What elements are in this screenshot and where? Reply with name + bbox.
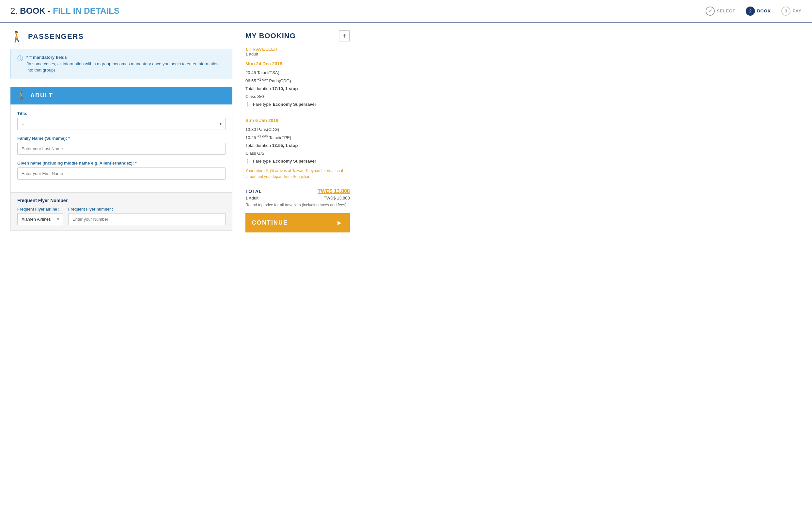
return-arrive: 10:25 +1 day Taipei(TPE) bbox=[245, 133, 350, 142]
outbound-duration-label: Total duration bbox=[245, 86, 272, 91]
page-title: 2. BOOK - FILL IN DETAILS bbox=[10, 6, 120, 16]
progress-steps: ✓ SELECT 2 BOOK 3 PAY bbox=[706, 6, 802, 16]
traveller-count: 1 adult bbox=[245, 52, 350, 56]
passengers-header: 🚶 PASSENGERS bbox=[10, 30, 232, 43]
return-depart-city: Paris bbox=[257, 127, 267, 132]
adult-title: ADULT bbox=[30, 92, 53, 99]
step-3-number: 3 bbox=[785, 8, 787, 13]
outbound-arrive-day: +1 day bbox=[257, 77, 268, 81]
continue-label: CONTINUE bbox=[252, 219, 288, 226]
outbound-date: Mon 24 Dec 2018 bbox=[245, 61, 350, 66]
return-fare-type: Economy Supersaver bbox=[273, 157, 316, 165]
form-section: Title: -- Mr Mrs Ms Family Name (Surname… bbox=[10, 104, 232, 192]
title-field: Title: -- Mr Mrs Ms bbox=[17, 111, 226, 130]
outbound-fare: 🍴 Fare type Economy Supersaver bbox=[245, 100, 350, 109]
passengers-title: PASSENGERS bbox=[28, 32, 84, 41]
outbound-arrive-time: 06:55 bbox=[245, 79, 256, 84]
adult-header: 🚶 ADULT bbox=[10, 87, 232, 104]
traveller-label: 1 TRAVELLER bbox=[245, 47, 350, 52]
given-name-field: Given name (including middle name e.g. A… bbox=[17, 161, 226, 179]
title-select[interactable]: -- Mr Mrs Ms bbox=[17, 118, 226, 130]
info-box: ⓘ * = mandatory fields (in some cases, a… bbox=[10, 49, 232, 79]
passenger-icon: 🚶 bbox=[10, 30, 24, 43]
ff-airline-select-wrapper: Xiamen Airlines Other bbox=[17, 213, 63, 225]
total-label: TOTAL bbox=[245, 189, 262, 194]
adult-icon: 🚶 bbox=[17, 91, 26, 100]
ff-airline-select[interactable]: Xiamen Airlines Other bbox=[17, 213, 63, 225]
return-depart-time: 13:30 bbox=[245, 127, 256, 132]
return-arrive-day: +1 day bbox=[257, 134, 268, 138]
mandatory-text: * = mandatory fields bbox=[27, 55, 67, 60]
outbound-duration-value: 17:10, 1 stop bbox=[272, 86, 298, 91]
given-name-input[interactable] bbox=[17, 167, 226, 179]
frequent-flyer-section: Frequent Flyer Number Frequent Flyer air… bbox=[10, 192, 232, 231]
return-arrive-city: Taipei bbox=[269, 135, 280, 140]
ff-number-field: Frequent Flyer number : bbox=[68, 207, 226, 225]
return-fare-prefix: Fare type bbox=[253, 157, 271, 165]
step-3-label: PAY bbox=[793, 8, 802, 13]
sub-amount: TWD$ 13,808 bbox=[324, 196, 350, 201]
outbound-depart-code: TSA bbox=[270, 70, 278, 75]
outbound-depart-city: Taipei bbox=[257, 70, 268, 75]
outbound-flight-info: 20:45 Taipei(TSA) 06:55 +1 day Paris(CDG… bbox=[245, 69, 350, 109]
given-name-label: Given name (including middle name e.g. A… bbox=[17, 161, 226, 166]
main-content: 🚶 PASSENGERS ⓘ * = mandatory fields (in … bbox=[0, 23, 812, 240]
total-note: Round trip price for all travellers (inc… bbox=[245, 202, 350, 208]
title-fill: FILL IN DETAILS bbox=[53, 6, 120, 16]
continue-button[interactable]: CONTINUE ► bbox=[245, 213, 350, 232]
return-class: Class G/S bbox=[245, 150, 350, 157]
return-duration-value: 13:55, 1 stop bbox=[272, 143, 298, 148]
family-name-label: Family Name (Surname): * bbox=[17, 136, 226, 141]
step-number: 2. bbox=[10, 6, 20, 16]
return-arrive-code: TPE bbox=[282, 135, 290, 140]
outbound-class: Class S/G bbox=[245, 93, 350, 100]
info-text: * = mandatory fields (in some cases, all… bbox=[27, 54, 226, 74]
ff-title: Frequent Flyer Number bbox=[17, 198, 226, 203]
step-2-circle: 2 bbox=[746, 6, 755, 16]
step-book: 2 BOOK bbox=[746, 6, 771, 16]
outbound-depart-time: 20:45 bbox=[245, 70, 256, 75]
warning-text: Your return flight arrives at Taiwan Tao… bbox=[245, 168, 350, 179]
total-section: TOTAL TWD$ 13,808 1 Adult TWD$ 13,808 Ro… bbox=[245, 185, 350, 208]
step-1-label: SELECT bbox=[717, 8, 735, 13]
booking-header: MY BOOKING + bbox=[245, 30, 350, 41]
page-header: 2. BOOK - FILL IN DETAILS ✓ SELECT 2 BOO… bbox=[0, 0, 812, 23]
step-1-circle: ✓ bbox=[706, 6, 715, 16]
booking-title: MY BOOKING bbox=[245, 32, 296, 40]
ff-airline-field: Frequent Flyer airline : Xiamen Airlines… bbox=[17, 207, 63, 225]
step-select: ✓ SELECT bbox=[706, 6, 735, 16]
total-amount: TWD$ 13,808 bbox=[318, 188, 350, 194]
ff-number-input[interactable] bbox=[68, 213, 226, 225]
return-duration: Total duration 13:55, 1 stop bbox=[245, 142, 350, 149]
return-flight-info: 13:30 Paris(CDG) 10:25 +1 day Taipei(TPE… bbox=[245, 126, 350, 179]
title-label: Title: bbox=[17, 111, 226, 116]
title-select-wrapper: -- Mr Mrs Ms bbox=[17, 118, 226, 130]
step-2-number: 2 bbox=[749, 8, 752, 13]
step-pay: 3 PAY bbox=[781, 6, 802, 16]
add-button[interactable]: + bbox=[339, 30, 350, 41]
outbound-arrive: 06:55 +1 day Paris(CDG) bbox=[245, 76, 350, 85]
outbound-arrive-code: CDG bbox=[280, 79, 290, 84]
fare-icon-return: 🍴 bbox=[245, 157, 251, 165]
ff-fields: Frequent Flyer airline : Xiamen Airlines… bbox=[17, 207, 226, 225]
outbound-duration: Total duration 17:10, 1 stop bbox=[245, 85, 350, 92]
step-3-circle: 3 bbox=[781, 6, 791, 16]
left-panel: 🚶 PASSENGERS ⓘ * = mandatory fields (in … bbox=[10, 30, 232, 231]
flight-divider bbox=[245, 113, 350, 113]
step-1-check: ✓ bbox=[709, 8, 712, 13]
right-panel: MY BOOKING + 1 TRAVELLER 1 adult Mon 24 … bbox=[245, 30, 350, 232]
return-depart: 13:30 Paris(CDG) bbox=[245, 126, 350, 133]
return-depart-code: CDG bbox=[268, 127, 278, 132]
sub-total-row: 1 Adult TWD$ 13,808 bbox=[245, 196, 350, 201]
outbound-fare-type: Economy Supersaver bbox=[273, 100, 316, 108]
outbound-fare-prefix: Fare type bbox=[253, 100, 271, 108]
return-arrive-time: 10:25 bbox=[245, 135, 256, 140]
return-fare: 🍴 Fare type Economy Supersaver bbox=[245, 157, 350, 165]
ff-airline-label: Frequent Flyer airline : bbox=[17, 207, 63, 212]
continue-arrow-icon: ► bbox=[336, 219, 343, 226]
family-name-input[interactable] bbox=[17, 143, 226, 155]
family-name-field: Family Name (Surname): * bbox=[17, 136, 226, 155]
title-book: BOOK bbox=[20, 6, 45, 16]
return-date: Sun 6 Jan 2019 bbox=[245, 118, 350, 123]
sub-label: 1 Adult bbox=[245, 196, 259, 201]
